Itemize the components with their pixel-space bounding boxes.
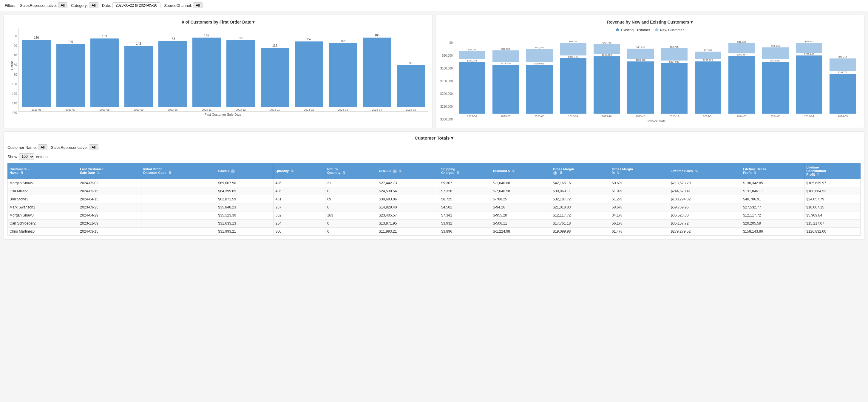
bar-value: 162 (204, 34, 209, 37)
bar-value: 152 (306, 38, 311, 41)
bar-value: 159 (102, 35, 107, 38)
rev-bar-new (796, 43, 823, 53)
table-cell: $-1,224.98 (491, 227, 551, 236)
y-tick: 0 (9, 35, 17, 38)
y-tick: $150,000 (440, 80, 453, 83)
new-customer-legend: New Customer (655, 28, 684, 32)
table-cell: $64,399.65 (216, 187, 274, 195)
col-last-sale-date[interactable]: Last CustomerSale Date ⇅ (78, 163, 142, 179)
col-discount[interactable]: Discount $ ⇅ (491, 163, 551, 179)
bar-rect (295, 41, 323, 107)
show-entries-row: Show 100 25 50 200 entries (7, 153, 861, 160)
rev-existing-label: $227,932 (669, 61, 679, 63)
rev-x-label: 2023-09 (568, 115, 578, 118)
bar-rect (158, 41, 187, 107)
chart2-title: Revenue by New and Existing Customers ▾ (440, 20, 859, 25)
category-label: Category: (71, 3, 88, 8)
rev-bar-new (594, 44, 620, 54)
date-filter: Date: 2023-05-22 to 2024-05-20 (102, 2, 161, 8)
rev-x-label: 2024-05 (838, 115, 848, 118)
rev-existing-label: $233,363 (771, 59, 780, 62)
col-lifetime-sales[interactable]: Lifetime Sales ⇅ (669, 163, 741, 179)
rev-existing-label: $258,598 (602, 54, 612, 56)
table-cell: $158,143.86 (741, 227, 804, 236)
rev-bar-new (728, 43, 755, 53)
table-cell: $244,670.41 (669, 187, 741, 195)
chart1-title-link[interactable]: # of Customers by First Order Date ▾ (182, 20, 255, 25)
col-quantity[interactable]: Quantity ⇅ (274, 163, 325, 179)
entries-select[interactable]: 100 25 50 200 (19, 153, 34, 160)
table-cell: $7,341 (439, 211, 491, 219)
rev-bar-group: $45,738 $260,457 2024-02 (725, 40, 758, 118)
bar-rect (192, 38, 221, 107)
table-cell: 2023-09-25 (78, 204, 142, 211)
table-cell: $3,932 (439, 219, 491, 227)
table-cell: Carl Schroeder2 (8, 219, 78, 227)
table-filters: Customer Name: All SalesRepresentative: … (7, 144, 861, 150)
table-cell: $-788.25 (491, 195, 551, 204)
chart2-wrapper: $300,000$250,000$200,000$150,000$100,000… (440, 35, 859, 123)
table-cell: $42,165.16 (551, 179, 610, 187)
table-cell: $130,342.85 (741, 179, 804, 187)
table-cell: $5,909.84 (804, 211, 861, 219)
table-row: Mark Swanson12023-09-25$35,848.232370$14… (8, 204, 861, 211)
sales-rep-button[interactable]: All (58, 2, 67, 8)
table-cell: 237 (274, 204, 325, 211)
table-cell: 2024-05-02 (78, 179, 142, 187)
bar-x-label: 2023-08 (100, 108, 110, 111)
bar-group: 142 2023-09 (122, 34, 155, 111)
bar-rect (329, 43, 357, 107)
date-range-button[interactable]: 2023-05-22 to 2024-05-20 (113, 2, 160, 8)
table-cell (142, 227, 216, 236)
col-gross-margin[interactable]: Gross Margini ⇅ (551, 163, 610, 179)
table-cell: 0 (325, 219, 377, 227)
col-gross-margin-pct[interactable]: Gross Margin% ⇅ (610, 163, 669, 179)
table-cell: $7,328 (439, 187, 491, 195)
col-cogs[interactable]: COGS $ i ⇅ (377, 163, 439, 179)
table-cell: 486 (274, 187, 325, 195)
col-return-qty[interactable]: ReturnQuantity ⇅ (325, 163, 377, 179)
table-cell: Mark Swanson1 (8, 204, 78, 211)
y-tick: 40 (9, 54, 17, 57)
rev-bar-existing (526, 65, 553, 114)
bar-value: 148 (340, 39, 345, 43)
customer-name-filter-label: Customer Name: (7, 145, 37, 150)
y-tick: 100 (9, 83, 17, 86)
y-tick: $300,000 (440, 118, 453, 121)
bar-value: 97 (409, 61, 412, 65)
rev-new-label: $45,430 (636, 46, 645, 49)
table-sales-rep-button[interactable]: All (89, 144, 98, 150)
rev-existing-label: $235,629 (703, 59, 713, 61)
col-initial-discount[interactable]: Initial OrderDiscount Code ⇅ (142, 163, 216, 179)
rev-new-label: $60,766 (535, 46, 544, 49)
table-cell: 56.1% (610, 219, 669, 227)
table-row: Bob Stone32024-04-15$62,871.5945169$30,6… (8, 195, 861, 204)
table-cell: 451 (274, 195, 325, 204)
bar-x-label: 2024-02 (304, 108, 314, 111)
customer-totals-table: Customers –Name ⇅ Last CustomerSale Date… (7, 163, 861, 236)
col-sales[interactable]: Sales $ i ↓ (216, 163, 274, 179)
table-cell: $3,896 (439, 227, 491, 236)
bar-x-label: 2023-09 (134, 108, 144, 111)
existing-customer-legend: Existing Customer (616, 28, 650, 32)
rev-bar-group: $46,363 $275,262 2024-04 (793, 40, 826, 118)
rev-x-label: 2024-02 (737, 115, 747, 118)
rev-bar-existing (728, 56, 755, 114)
table-cell: $13,871.95 (377, 219, 439, 227)
chart2-title-link[interactable]: Revenue by New and Existing Customers ▾ (607, 20, 692, 25)
table-cell: 51.2% (610, 195, 669, 204)
rev-existing-label: $219,831 (534, 62, 545, 65)
col-shipping[interactable]: ShippingCharged ⇅ (439, 163, 491, 179)
source-channel-button[interactable]: All (193, 2, 202, 8)
col-lifetime-contribution[interactable]: LifetimeContributionProfit ⇅ (804, 163, 861, 179)
table-row: Chris Martinez02024-03-15$31,993.213006$… (8, 227, 861, 236)
bar-x-label: 2023-11 (202, 108, 212, 111)
bar-value: 156 (34, 36, 39, 39)
col-lifetime-gross-profit[interactable]: Lifetime GrossProfit ⇅ (741, 163, 804, 179)
rev-new-label: $55,705 (670, 45, 679, 48)
table-cell: $-1,040.08 (491, 179, 551, 187)
table-cell: $69,607.90 (216, 179, 274, 187)
category-button[interactable]: All (89, 2, 98, 8)
customer-name-filter-button[interactable]: All (38, 144, 47, 150)
col-customer-name[interactable]: Customers –Name ⇅ (8, 163, 78, 179)
